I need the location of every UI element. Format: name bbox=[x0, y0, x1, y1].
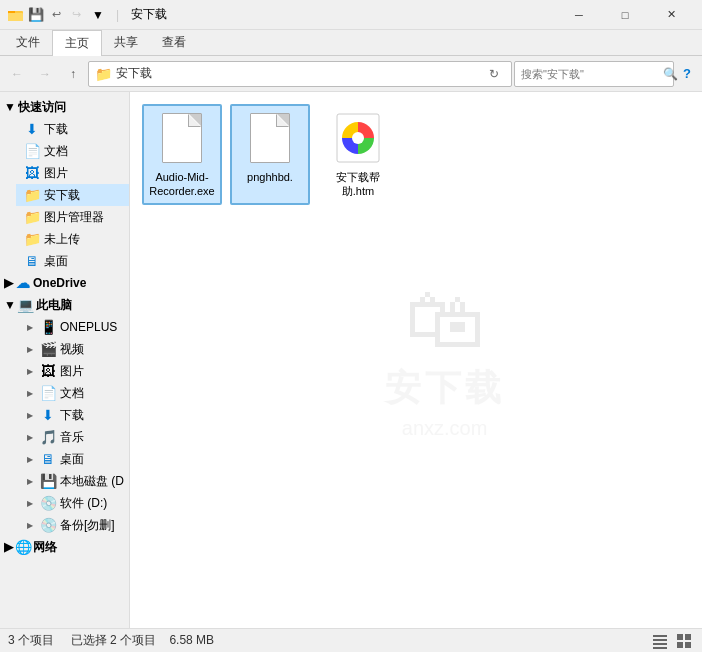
sidebar-item-pcdownloads[interactable]: ▶ ⬇ 下载 bbox=[16, 404, 129, 426]
tab-view[interactable]: 查看 bbox=[150, 30, 198, 55]
desktop-icon: 🖥 bbox=[24, 253, 40, 269]
file-area[interactable]: 🛍 安下载 anxz.com Audio-Mid-Recorder.exe pn… bbox=[130, 92, 702, 628]
sidebar-item-pcdesktop[interactable]: ▶ 🖥 桌面 bbox=[16, 448, 129, 470]
pcdocs-expand: ▶ bbox=[24, 387, 36, 399]
search-box[interactable]: 🔍 bbox=[514, 61, 674, 87]
pcdownloads-expand: ▶ bbox=[24, 409, 36, 421]
onedrive-expand-icon: ▶ bbox=[4, 276, 13, 290]
sidebar-item-oneplus[interactable]: ▶ 📱 ONEPLUS bbox=[16, 316, 129, 338]
network-icon: 🌐 bbox=[15, 539, 31, 555]
status-separator2 bbox=[159, 633, 166, 647]
sidebar-item-desktop[interactable]: 🖥 桌面 bbox=[16, 250, 129, 272]
sidebar-item-music[interactable]: ▶ 🎵 音乐 bbox=[16, 426, 129, 448]
music-icon: 🎵 bbox=[40, 429, 56, 445]
sidebar-item-downloads[interactable]: ⬇ 下载 bbox=[16, 118, 129, 140]
file-item-1[interactable]: pnghhbd. bbox=[230, 104, 310, 205]
search-input[interactable] bbox=[521, 68, 659, 80]
pcdesktop-icon: 🖥 bbox=[40, 451, 56, 467]
documents-icon: 📄 bbox=[24, 143, 40, 159]
sidebar-item-pcdocuments[interactable]: ▶ 📄 文档 bbox=[16, 382, 129, 404]
expand-icon: ▼ bbox=[4, 100, 16, 114]
sidebar-section-quick-access[interactable]: ▼ 快速访问 bbox=[0, 96, 129, 118]
main-area: ▼ 快速访问 ⬇ 下载 📄 文档 🖼 图片 📁 安下载 📁 图片管理器 bbox=[0, 92, 702, 628]
pcdocuments-label: 文档 bbox=[60, 385, 125, 402]
up-button[interactable]: ↑ bbox=[60, 61, 86, 87]
pcdownloads-icon: ⬇ bbox=[40, 407, 56, 423]
oneplus-expand: ▶ bbox=[24, 321, 36, 333]
pictures-label: 图片 bbox=[44, 165, 125, 182]
svg-rect-14 bbox=[685, 642, 691, 648]
minimize-button[interactable]: ─ bbox=[556, 0, 602, 30]
breadcrumb-path: 安下载 bbox=[116, 65, 479, 82]
svg-rect-7 bbox=[653, 635, 667, 637]
sidebar-item-notuploaded[interactable]: 📁 未上传 bbox=[16, 228, 129, 250]
sidebar-item-documents[interactable]: 📄 文档 bbox=[16, 140, 129, 162]
backup-icon: 💿 bbox=[40, 517, 56, 533]
title-dropdown-arrow[interactable]: ▼ bbox=[92, 8, 104, 22]
svg-rect-8 bbox=[653, 639, 667, 641]
maximize-button[interactable]: □ bbox=[602, 0, 648, 30]
help-button[interactable]: ? bbox=[676, 63, 698, 85]
tab-home[interactable]: 主页 bbox=[52, 30, 102, 56]
file-label-2: 安下载帮助.htm bbox=[324, 170, 392, 199]
details-view-button[interactable] bbox=[650, 631, 670, 651]
picmanager-icon: 📁 bbox=[24, 209, 40, 225]
sidebar-item-picmanager[interactable]: 📁 图片管理器 bbox=[16, 206, 129, 228]
close-button[interactable]: ✕ bbox=[648, 0, 694, 30]
sidebar-item-diskd[interactable]: ▶ 💿 软件 (D:) bbox=[16, 492, 129, 514]
music-expand: ▶ bbox=[24, 431, 36, 443]
tab-share[interactable]: 共享 bbox=[102, 30, 150, 55]
sidebar-item-pcpictures[interactable]: ▶ 🖼 图片 bbox=[16, 360, 129, 382]
breadcrumb-item[interactable]: 安下载 bbox=[116, 65, 152, 82]
oneplus-icon: 📱 bbox=[40, 319, 56, 335]
large-icons-view-button[interactable] bbox=[674, 631, 694, 651]
files-grid: Audio-Mid-Recorder.exe pnghhbd. bbox=[138, 100, 694, 209]
svg-rect-11 bbox=[677, 634, 683, 640]
svg-rect-9 bbox=[653, 643, 667, 645]
quick-access-items: ⬇ 下载 📄 文档 🖼 图片 📁 安下载 📁 图片管理器 📁 未上传 bbox=[0, 118, 129, 272]
desktop-label: 桌面 bbox=[44, 253, 125, 270]
pcdesktop-label: 桌面 bbox=[60, 451, 125, 468]
address-bar[interactable]: 📁 安下载 ↻ bbox=[88, 61, 512, 87]
videos-icon: 🎬 bbox=[40, 341, 56, 357]
sidebar-item-backup[interactable]: ▶ 💿 备份[勿删] bbox=[16, 514, 129, 536]
svg-rect-13 bbox=[677, 642, 683, 648]
network-expand-icon: ▶ bbox=[4, 540, 13, 554]
pcpictures-icon: 🖼 bbox=[40, 363, 56, 379]
localdisk-label: 本地磁盘 (D bbox=[60, 473, 125, 490]
toolbar: ← → ↑ 📁 安下载 ↻ 🔍 ? bbox=[0, 56, 702, 92]
anzai-folder-icon: 📁 bbox=[24, 187, 40, 203]
titlebar: 💾 ↩ ↪ ▼ | 安下载 ─ □ ✕ bbox=[0, 0, 702, 30]
localdisk-icon: 💾 bbox=[40, 473, 56, 489]
file-item-2[interactable]: 安下载帮助.htm bbox=[318, 104, 398, 205]
ribbon: 文件 主页 共享 查看 bbox=[0, 30, 702, 56]
refresh-button[interactable]: ↻ bbox=[483, 63, 505, 85]
music-label: 音乐 bbox=[60, 429, 125, 446]
file-label-0: Audio-Mid-Recorder.exe bbox=[148, 170, 216, 199]
sidebar-section-network[interactable]: ▶ 🌐 网络 bbox=[0, 536, 129, 558]
file-icon-0 bbox=[158, 110, 206, 166]
file-item-0[interactable]: Audio-Mid-Recorder.exe bbox=[142, 104, 222, 205]
thispc-items: ▶ 📱 ONEPLUS ▶ 🎬 视频 ▶ 🖼 图片 ▶ 📄 文档 ▶ ⬇ bbox=[0, 316, 129, 536]
sidebar-item-localdisk[interactable]: ▶ 💾 本地磁盘 (D bbox=[16, 470, 129, 492]
tab-file[interactable]: 文件 bbox=[4, 30, 52, 55]
redo-icon: ↪ bbox=[68, 7, 84, 23]
selected-info: 已选择 2 个项目 bbox=[71, 633, 156, 647]
sidebar-item-pictures[interactable]: 🖼 图片 bbox=[16, 162, 129, 184]
diskd-expand: ▶ bbox=[24, 497, 36, 509]
notuploaded-icon: 📁 bbox=[24, 231, 40, 247]
view-controls bbox=[650, 631, 694, 651]
sidebar-item-videos[interactable]: ▶ 🎬 视频 bbox=[16, 338, 129, 360]
onedrive-icon: ☁ bbox=[15, 275, 31, 291]
breadcrumb-folder-icon: 📁 bbox=[95, 66, 112, 82]
sidebar-item-anzai[interactable]: 📁 安下载 bbox=[16, 184, 129, 206]
back-button[interactable]: ← bbox=[4, 61, 30, 87]
videos-label: 视频 bbox=[60, 341, 125, 358]
forward-button[interactable]: → bbox=[32, 61, 58, 87]
status-separator bbox=[57, 633, 67, 647]
thispc-label: 此电脑 bbox=[36, 297, 125, 314]
pcdocuments-icon: 📄 bbox=[40, 385, 56, 401]
sidebar-section-onedrive[interactable]: ▶ ☁ OneDrive bbox=[0, 272, 129, 294]
file-icon-1 bbox=[246, 110, 294, 166]
sidebar-section-thispc[interactable]: ▼ 💻 此电脑 bbox=[0, 294, 129, 316]
